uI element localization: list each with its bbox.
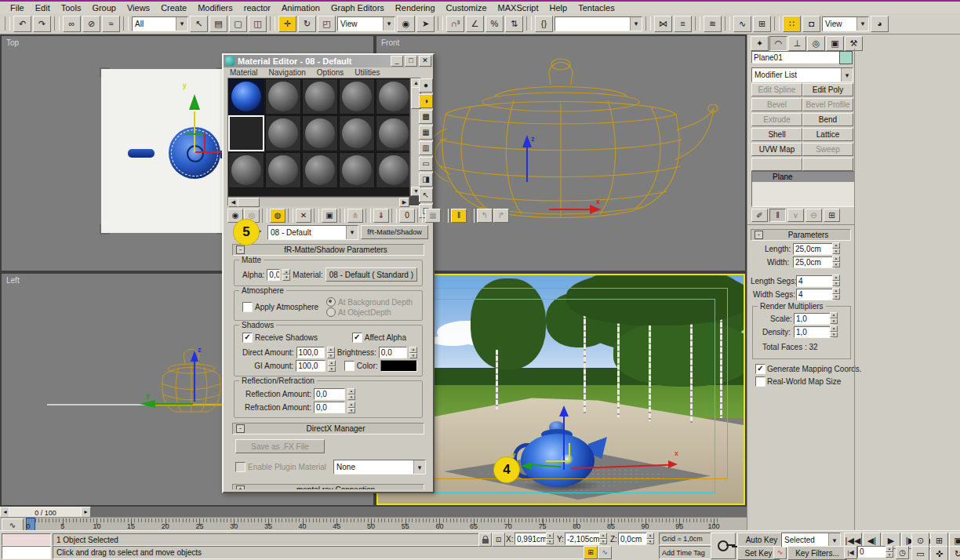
select-and-link-icon[interactable]: ∞ [63, 16, 81, 32]
alpha-field[interactable]: 0,0 [267, 269, 280, 281]
tab-display-icon[interactable]: ▣ [826, 36, 844, 51]
named-selection-dropdown[interactable] [555, 16, 642, 31]
angle-snap-icon[interactable]: ∠ [466, 16, 484, 32]
material-slot-selected[interactable] [228, 115, 264, 151]
show-end-result-stack-icon[interactable]: ‖ [769, 209, 786, 222]
pin-stack-icon[interactable]: ✐ [751, 209, 768, 222]
maxscript-mini-listener-pink[interactable] [2, 533, 51, 546]
dropdown-arrow-icon[interactable] [856, 17, 868, 31]
backlight-icon[interactable]: ◑ [419, 94, 433, 108]
stack-item-plane[interactable]: Plane [752, 172, 854, 182]
directx-manager-rollout-header[interactable]: - DirectX Manager [232, 423, 424, 435]
maximize-button[interactable] [405, 56, 417, 67]
z-spinner[interactable] [646, 533, 654, 544]
zoom-region-icon[interactable]: ▭ [911, 546, 929, 560]
material-slot[interactable] [302, 152, 338, 188]
reset-map-icon[interactable]: ✕ [296, 209, 311, 223]
select-and-rotate-icon[interactable]: ↻ [298, 16, 316, 32]
mitem-modifiers[interactable]: Modifiers [192, 3, 238, 13]
material-id-channel-icon[interactable]: 0 [399, 209, 415, 223]
refraction-amount-spinner[interactable] [347, 402, 355, 413]
scale-spinner[interactable] [830, 312, 838, 324]
dropdown-arrow-icon[interactable] [841, 68, 853, 82]
gizmo-y-arrow[interactable] [189, 94, 200, 110]
collapse-icon[interactable]: - [755, 231, 763, 239]
gizmo-x-stem[interactable] [195, 151, 222, 153]
selection-lock-icon[interactable] [478, 533, 492, 547]
tab-motion-icon[interactable]: ◎ [807, 36, 825, 51]
modifier-stack[interactable]: Plane [751, 171, 855, 207]
previous-key-button[interactable]: |◀ [844, 546, 857, 559]
window-crossing-icon[interactable]: ◫ [249, 16, 267, 32]
modifier-button-empty[interactable] [802, 158, 853, 171]
base-material-button[interactable]: 08 - Default ( Standard ) [325, 267, 417, 282]
material-name-dropdown[interactable]: 08 - Default [267, 225, 358, 240]
gizmo-plane-handle-x[interactable] [204, 133, 205, 153]
mini-curve-editor-button[interactable]: ∿ [2, 518, 24, 531]
length-field[interactable]: 25,0cm [793, 243, 835, 255]
menu-navigation[interactable]: Navigation [269, 68, 306, 77]
material-slot[interactable] [265, 78, 301, 115]
mitem-tentacles[interactable]: Tentacles [573, 3, 620, 13]
sample-type-icon[interactable]: ● [419, 78, 433, 93]
mitem-help[interactable]: Help [544, 3, 573, 13]
quick-render-icon[interactable]: ◕ [871, 16, 889, 32]
put-to-library-icon[interactable]: ⇓ [373, 209, 389, 223]
mitem-file[interactable]: File [5, 3, 30, 13]
scroll-thumb[interactable] [238, 198, 260, 207]
configure-modifier-sets-icon[interactable]: ⊞ [824, 209, 840, 222]
plugin-material-dropdown[interactable]: None [333, 460, 426, 475]
pan-icon[interactable]: ✜ [930, 546, 948, 560]
selection-filter-dropdown[interactable]: All [132, 16, 188, 31]
direct-amount-spinner[interactable] [327, 347, 335, 358]
modifier-button-shell[interactable]: Shell [751, 128, 802, 141]
current-frame-field[interactable]: 0 [857, 546, 889, 558]
material-editor-icon[interactable]: ∷ [783, 16, 801, 32]
menu-utilities[interactable]: Utilities [355, 68, 380, 77]
material-type-button[interactable]: fR-Matte/Shadow [361, 225, 428, 239]
expand-icon[interactable]: + [236, 485, 245, 489]
scroll-right-icon[interactable]: ▶ [399, 198, 409, 207]
mitem-graph-editors[interactable]: Graph Editors [325, 3, 390, 13]
material-slot[interactable] [376, 78, 409, 115]
material-slot[interactable] [302, 78, 338, 115]
teapot-spout-top[interactable] [128, 149, 155, 158]
progressive-display-icon[interactable]: ∿ [598, 546, 612, 559]
auto-key-button[interactable]: Auto Key [737, 533, 786, 547]
mitem-create[interactable]: Create [155, 3, 192, 13]
gi-amount-field[interactable]: 100,0 [296, 360, 325, 372]
modifier-button-lattice[interactable]: Lattice [802, 128, 853, 141]
select-and-scale-icon[interactable]: ◰ [318, 16, 336, 32]
mental-ray-connection-rollout-header[interactable]: + mental ray Connection [232, 484, 424, 489]
select-and-move-icon[interactable]: ✛ [278, 16, 296, 32]
length-segs-field[interactable]: 4 [796, 275, 835, 287]
material-slot[interactable] [228, 152, 264, 188]
alpha-spinner[interactable] [282, 269, 290, 281]
undo-icon[interactable]: ↶ [13, 16, 31, 32]
x-spinner[interactable] [546, 533, 554, 544]
mitem-group[interactable]: Group [86, 3, 122, 13]
density-spinner[interactable] [830, 325, 838, 337]
align-icon[interactable]: ≡ [674, 16, 692, 32]
select-by-material-icon[interactable]: ↖ [419, 188, 433, 202]
material-slot[interactable] [376, 152, 409, 188]
z-coordinate-field[interactable]: 0,0cm [618, 533, 649, 545]
x-coordinate-field[interactable]: 0,991cm [515, 533, 549, 545]
key-filters-button[interactable]: Key Filters... [787, 546, 847, 560]
viewport-top-label[interactable]: Top [6, 38, 19, 47]
material-slot[interactable] [302, 115, 338, 151]
mitem-maxscript[interactable]: MAXScript [493, 3, 544, 13]
gizmo-plane-handle-y[interactable] [185, 133, 204, 135]
material-slot[interactable] [339, 115, 375, 151]
assign-material-to-selection-icon[interactable]: ◍ [270, 209, 285, 223]
mitem-views[interactable]: Views [122, 3, 155, 13]
material-slot[interactable] [339, 78, 375, 115]
render-type-dropdown[interactable]: View [822, 16, 869, 31]
width-segs-spinner[interactable] [832, 288, 840, 300]
material-slot-assigned[interactable] [228, 78, 264, 115]
add-time-tag[interactable]: Add Time Tag [659, 546, 711, 559]
affect-alpha-checkbox[interactable] [352, 333, 362, 343]
object-name-field[interactable]: Plane01 [751, 51, 841, 64]
mitem-rendering[interactable]: Rendering [390, 3, 441, 13]
brightness-field[interactable]: 0,0 [379, 347, 407, 358]
